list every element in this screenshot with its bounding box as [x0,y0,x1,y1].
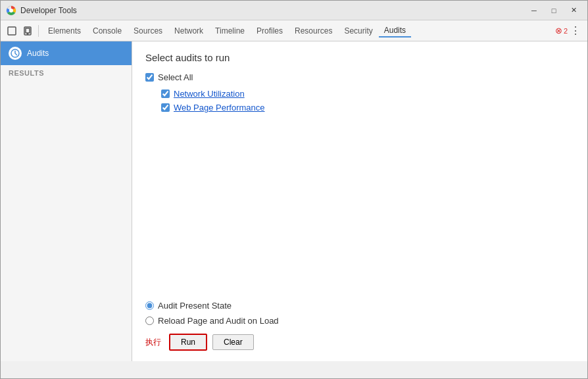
run-button[interactable]: Run [169,334,207,351]
svg-point-5 [27,33,28,34]
web-page-performance-checkbox[interactable] [161,103,170,112]
tab-elements[interactable]: Elements [42,24,87,37]
tab-console[interactable]: Console [87,24,128,37]
audit-sub-options: Network Utilization Web Page Performance [145,89,574,113]
network-utilization-checkbox[interactable] [161,89,170,98]
select-all-checkbox[interactable] [145,73,154,82]
button-row: 执行 Run Clear [145,334,574,351]
error-badge: ⊗ 2 [555,26,568,36]
title-bar: Developer Tools ─ □ ✕ [1,1,587,20]
sidebar-item-audits[interactable]: Audits [1,41,132,65]
network-utilization-row: Network Utilization [161,89,574,99]
main-layout: Audits RESULTS Select audits to run Sele… [1,41,587,361]
web-page-performance-row: Web Page Performance [161,103,574,113]
more-options-button[interactable]: ⋮ [568,24,583,37]
audit-present-state-radio[interactable] [145,301,154,310]
content-area: Select audits to run Select All Network … [132,41,587,361]
svg-point-1 [9,9,13,13]
svg-rect-2 [8,27,16,35]
toolbar-divider [38,25,39,37]
reload-page-row: Reload Page and Audit on Load [145,316,574,326]
clear-button[interactable]: Clear [212,334,254,350]
tab-security[interactable]: Security [338,24,378,37]
app-logo [6,5,16,16]
tab-profiles[interactable]: Profiles [251,24,289,37]
dev-tools-tabs: Elements Console Sources Network Timelin… [42,24,583,37]
device-mode-button[interactable] [20,24,35,38]
reload-page-radio[interactable] [145,316,154,325]
sidebar-audits-label: Audits [27,49,49,58]
app-title: Developer Tools [20,6,526,15]
network-utilization-label[interactable]: Network Utilization [174,89,245,99]
window-controls: ─ □ ✕ [526,4,582,17]
tab-network[interactable]: Network [168,24,209,37]
content-title: Select audits to run [145,52,574,63]
tab-audits[interactable]: Audits [379,24,411,38]
tab-resources[interactable]: Resources [289,24,338,37]
chinese-label: 执行 [145,337,161,348]
toolbar: Elements Console Sources Network Timelin… [1,20,587,41]
tab-sources[interactable]: Sources [128,24,168,37]
reload-page-label[interactable]: Reload Page and Audit on Load [158,316,279,326]
web-page-performance-label[interactable]: Web Page Performance [174,103,265,113]
results-label: RESULTS [1,65,132,81]
close-button[interactable]: ✕ [565,4,582,17]
svg-rect-4 [26,28,30,33]
audit-present-state-label[interactable]: Audit Present State [158,301,232,311]
minimize-button[interactable]: ─ [526,4,543,17]
inspect-element-button[interactable] [5,24,19,38]
bottom-section: Audit Present State Reload Page and Audi… [145,294,574,351]
audit-options: Select All Network Utilization Web Page … [145,72,574,294]
audit-present-state-row: Audit Present State [145,301,574,311]
maximize-button[interactable]: □ [545,4,562,17]
select-all-label[interactable]: Select All [158,72,193,82]
error-icon: ⊗ [555,26,562,36]
audits-icon [9,47,22,60]
tab-timeline[interactable]: Timeline [209,24,251,37]
select-all-row: Select All [145,72,574,82]
sidebar: Audits RESULTS [1,41,132,361]
